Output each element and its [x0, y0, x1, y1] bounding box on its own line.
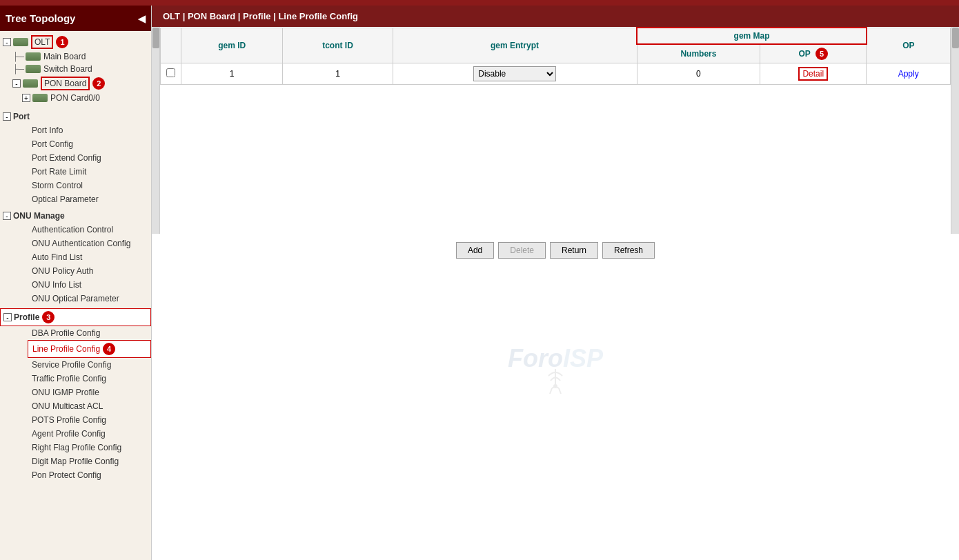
content-body: gem ID tcont ID gem Entrypt gem Map OP: [152, 27, 959, 560]
tree-line-2: ├─: [12, 64, 24, 74]
table-scroll-wrapper: gem ID tcont ID gem Entrypt gem Map OP: [152, 27, 959, 234]
sidebar-item-poncard[interactable]: + PON Card0/0: [0, 92, 151, 104]
menu-onu-policy-auth[interactable]: ONU Policy Auth: [0, 264, 151, 278]
encrypt-select[interactable]: Disable Enable: [473, 66, 556, 81]
menu-service-profile[interactable]: Service Profile Config: [0, 358, 151, 372]
sidebar-title: Tree Topology: [6, 12, 75, 24]
top-bar: [0, 0, 959, 6]
menu-port-rate-limit[interactable]: Port Rate Limit: [0, 165, 151, 179]
menu-traffic-profile[interactable]: Traffic Profile Config: [0, 372, 151, 386]
badge-3: 3: [42, 311, 55, 323]
row-tcont-id: 1: [283, 63, 393, 85]
olt-label: OLT: [31, 35, 53, 49]
menu-right-flag-profile[interactable]: Right Flag Profile Config: [0, 441, 151, 454]
collapse-icon[interactable]: ◀: [138, 13, 146, 24]
poncard-label: PON Card0/0: [50, 93, 100, 103]
delete-button[interactable]: Delete: [498, 242, 546, 259]
olt-icon: [13, 38, 28, 46]
sidebar-item-switchboard[interactable]: ├─ Switch Board: [0, 63, 151, 75]
table-container: gem ID tcont ID gem Entrypt gem Map OP: [160, 27, 951, 234]
svg-line-4: [550, 388, 552, 394]
olt-toggle[interactable]: -: [3, 38, 11, 46]
badge-2: 2: [92, 77, 105, 90]
th-tcont-id: tcont ID: [283, 28, 393, 63]
right-scrollbar-thumb: [952, 28, 959, 48]
th-gem-map-op: OP 5: [760, 44, 867, 63]
right-scrollbar[interactable]: [951, 27, 959, 234]
menu-onu-igmp-profile[interactable]: ONU IGMP Profile: [0, 386, 151, 399]
menu-dba-profile[interactable]: DBA Profile Config: [0, 326, 151, 340]
menu-port-extend-config[interactable]: Port Extend Config: [0, 151, 151, 165]
watermark-area: ForoISP: [152, 267, 959, 474]
menu-pon-protect-config[interactable]: Pon Protect Config: [0, 468, 151, 482]
row-apply-cell: Apply: [867, 63, 951, 85]
th-gem-id: gem ID: [181, 28, 283, 63]
menu-optical-parameter[interactable]: Optical Parameter: [0, 192, 151, 206]
switchboard-label: Switch Board: [43, 64, 92, 74]
sidebar-section-onu-manage[interactable]: - ONU Manage: [0, 209, 151, 223]
menu-agent-profile[interactable]: Agent Profile Config: [0, 427, 151, 441]
menu-auto-find-list[interactable]: Auto Find List: [0, 250, 151, 264]
watermark-antenna: [508, 369, 603, 397]
menu-line-profile[interactable]: Line Profile Config 4: [28, 340, 151, 358]
row-detail-cell: Detail: [760, 63, 867, 85]
sidebar: Tree Topology ◀ - OLT 1 ├─ Main Board ├─…: [0, 6, 152, 560]
spacer-1: [0, 104, 151, 110]
row-checkbox-cell: [161, 63, 181, 85]
tree-line-1: ├─: [12, 52, 24, 61]
breadcrumb: OLT | PON Board | Profile | Line Profile…: [152, 6, 959, 27]
ponboard-label: PON Board: [41, 77, 90, 90]
menu-onu-multicast-acl[interactable]: ONU Multicast ACL: [0, 399, 151, 413]
onu-manage-toggle[interactable]: -: [3, 212, 11, 220]
profile-label: Profile: [14, 312, 39, 322]
row-gem-encrypt[interactable]: Disable Enable: [393, 63, 637, 85]
menu-storm-control[interactable]: Storm Control: [0, 179, 151, 192]
ponboard-icon: [23, 79, 38, 88]
menu-onu-info-list[interactable]: ONU Info List: [0, 278, 151, 292]
sidebar-item-ponboard[interactable]: - PON Board 2: [0, 75, 151, 92]
table-row: 1 1 Disable Enable 0: [161, 63, 951, 85]
line-profile-wrapper: Line Profile Config 4: [0, 340, 151, 358]
scrollbar-thumb: [152, 28, 159, 48]
poncard-toggle[interactable]: +: [22, 94, 30, 102]
th-gem-map-numbers: Numbers: [637, 44, 760, 63]
th-checkbox: [161, 28, 181, 63]
left-scrollbar[interactable]: [152, 27, 160, 234]
sidebar-tree: - OLT 1 ├─ Main Board ├─ Switch Board -: [0, 31, 151, 560]
main-content: OLT | PON Board | Profile | Line Profile…: [152, 6, 959, 560]
menu-onu-optical-param[interactable]: ONU Optical Parameter: [0, 292, 151, 306]
badge-5: 5: [815, 48, 828, 60]
row-gem-map-numbers: 0: [637, 63, 760, 85]
menu-digit-map-profile[interactable]: Digit Map Profile Config: [0, 454, 151, 468]
sidebar-section-port[interactable]: - Port: [0, 110, 151, 123]
row-checkbox[interactable]: [166, 68, 175, 77]
buttons-row: Add Delete Return Refresh: [152, 234, 959, 267]
sidebar-header: Tree Topology ◀: [0, 6, 151, 31]
sidebar-item-olt[interactable]: - OLT 1: [0, 34, 151, 50]
add-button[interactable]: Add: [456, 242, 494, 259]
sidebar-item-mainboard[interactable]: ├─ Main Board: [0, 50, 151, 63]
apply-link[interactable]: Apply: [898, 69, 919, 79]
onu-manage-label: ONU Manage: [13, 211, 65, 221]
profile-toggle[interactable]: -: [3, 313, 12, 321]
menu-auth-control[interactable]: Authentication Control: [0, 223, 151, 237]
watermark-logo: ForoISP: [508, 344, 603, 373]
badge-1: 1: [56, 36, 68, 48]
port-toggle[interactable]: -: [3, 112, 11, 121]
menu-port-info[interactable]: Port Info: [0, 123, 151, 137]
menu-port-config[interactable]: Port Config: [0, 137, 151, 151]
line-profile-label: Line Profile Config: [32, 344, 100, 354]
sidebar-section-profile[interactable]: - Profile 3: [0, 308, 151, 326]
ponboard-toggle[interactable]: -: [12, 79, 21, 88]
badge-4: 4: [103, 343, 115, 355]
table-wrapper: gem ID tcont ID gem Entrypt gem Map OP: [152, 27, 959, 474]
mainboard-icon: [26, 52, 41, 61]
svg-line-5: [559, 388, 561, 394]
th-gem-encrypt: gem Entrypt: [393, 28, 637, 63]
menu-onu-auth-config[interactable]: ONU Authentication Config: [0, 237, 151, 250]
return-button[interactable]: Return: [550, 242, 598, 259]
detail-link[interactable]: Detail: [798, 67, 828, 81]
poncard-icon: [32, 94, 48, 102]
refresh-button[interactable]: Refresh: [602, 242, 655, 259]
menu-pots-profile[interactable]: POTS Profile Config: [0, 413, 151, 427]
